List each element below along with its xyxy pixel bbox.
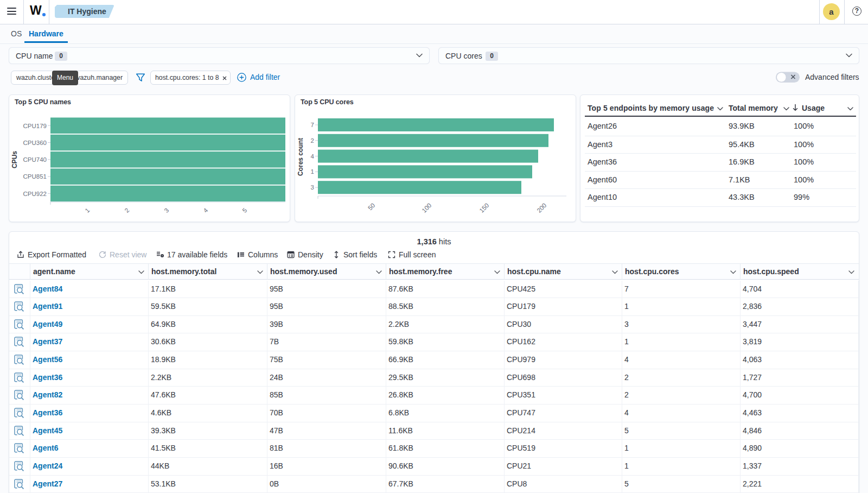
- svg-text:1: 1: [84, 207, 91, 214]
- svg-text:2: 2: [123, 207, 130, 214]
- svg-text:4: 4: [202, 207, 209, 214]
- svg-text:1: 1: [311, 168, 314, 175]
- svg-text:CPUs: CPUs: [11, 151, 18, 168]
- svg-text:CPU179: CPU179: [23, 123, 47, 129]
- svg-text:CPU851: CPU851: [23, 173, 47, 180]
- svg-text:CPU740: CPU740: [23, 156, 47, 163]
- svg-text:150: 150: [478, 202, 490, 214]
- svg-text:5: 5: [241, 207, 248, 214]
- svg-text:3: 3: [311, 184, 314, 191]
- svg-text:CPU922: CPU922: [23, 191, 47, 197]
- svg-text:3: 3: [163, 207, 170, 214]
- svg-text:2: 2: [311, 137, 314, 144]
- svg-text:Cores count: Cores count: [297, 138, 304, 176]
- svg-text:4: 4: [311, 153, 315, 160]
- svg-text:200: 200: [535, 202, 547, 214]
- svg-text:100: 100: [420, 202, 432, 214]
- svg-text:50: 50: [367, 202, 376, 212]
- svg-text:7: 7: [311, 122, 314, 128]
- svg-text:CPU360: CPU360: [23, 140, 47, 146]
